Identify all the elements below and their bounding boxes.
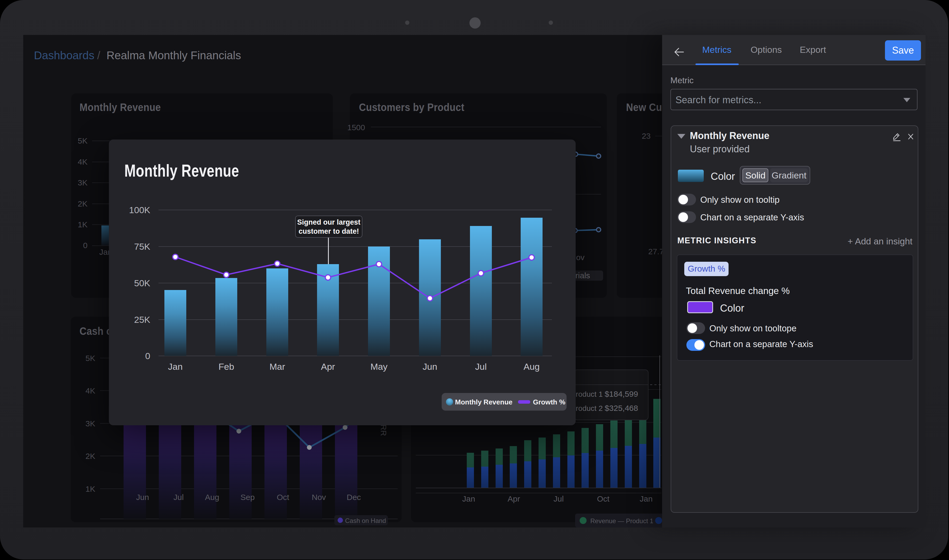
svg-text:Apr: Apr [321,362,335,372]
svg-text:Aug: Aug [524,362,540,372]
svg-text:25K: 25K [134,315,151,325]
svg-text:Jun: Jun [423,362,438,372]
svg-text:100K: 100K [129,205,151,215]
svg-text:Jan: Jan [168,362,183,372]
svg-text:Jul: Jul [475,362,487,372]
svg-text:Feb: Feb [219,362,234,372]
svg-text:May: May [370,362,388,372]
svg-text:Mar: Mar [270,362,285,372]
svg-text:50K: 50K [134,278,151,288]
svg-text:0: 0 [145,351,150,361]
svg-text:75K: 75K [134,242,151,252]
